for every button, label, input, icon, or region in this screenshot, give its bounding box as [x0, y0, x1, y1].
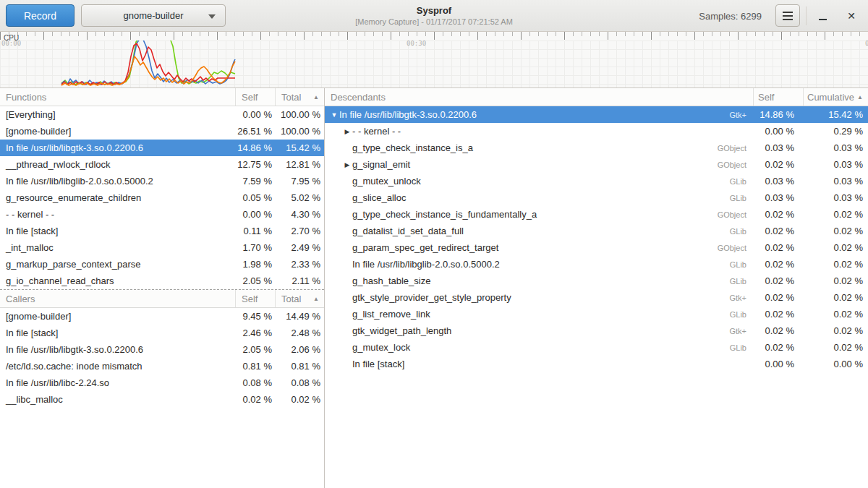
- callers-table-body: [gnome-builder] 9.45 % 14.49 % In file […: [0, 308, 324, 408]
- caller-name: In file [stack]: [0, 328, 235, 338]
- process-selector-dropdown[interactable]: gnome-builder: [81, 4, 226, 27]
- timeline-area[interactable]: CPU 00:00 00:30 01:00: [0, 32, 868, 88]
- descendant-row[interactable]: g_mutex_unlock GLib 0.03 % 0.03 %: [325, 173, 868, 189]
- caller-row[interactable]: In file /usr/lib/libgtk-3.so.0.2200.6 2.…: [0, 341, 324, 358]
- caller-self-percent: 2.05 %: [235, 344, 275, 355]
- descendant-name: g_mutex_lock: [352, 342, 410, 353]
- descendant-row[interactable]: g_type_check_instance_is_a GObject 0.03 …: [325, 140, 868, 156]
- descendant-row[interactable]: ▶ g_signal_emit GObject 0.02 % 0.03 %: [325, 156, 868, 173]
- caller-total-percent: 14.49 %: [275, 311, 324, 322]
- descendant-self-percent: 0.00 %: [753, 126, 803, 137]
- descendant-name-cell: g_mutex_unlock GLib: [325, 176, 753, 187]
- caller-self-percent: 0.81 %: [235, 361, 275, 372]
- cpu-graph-lines: [0, 40, 868, 88]
- caller-row[interactable]: /etc/ld.so.cache: inode mismatch 0.81 % …: [0, 358, 324, 374]
- column-header-total[interactable]: Total ▲: [275, 88, 324, 106]
- column-header-self[interactable]: Self: [753, 88, 803, 106]
- minimize-button[interactable]: [809, 4, 836, 27]
- function-total-percent: 5.02 %: [275, 192, 324, 203]
- descendant-row[interactable]: ▶ - - kernel - - 0.00 % 0.29 %: [325, 123, 868, 140]
- descendant-cumulative-percent: 0.29 %: [803, 126, 868, 137]
- column-header-cumulative[interactable]: Cumulative ▲: [803, 88, 868, 106]
- sort-ascending-icon: ▲: [857, 94, 863, 100]
- function-name: - - kernel - -: [0, 209, 235, 220]
- library-tag: GLib: [730, 194, 753, 202]
- descendant-self-percent: 0.02 %: [753, 159, 803, 170]
- descendant-name-cell: g_type_check_instance_is_fundamentally_a…: [325, 209, 753, 220]
- caller-row[interactable]: In file [stack] 2.46 % 2.48 %: [0, 325, 324, 341]
- function-row[interactable]: [gnome-builder] 26.51 % 100.00 %: [0, 123, 324, 140]
- column-header-self[interactable]: Self: [235, 88, 275, 106]
- library-tag: GObject: [718, 210, 753, 219]
- descendant-cumulative-percent: 0.02 %: [803, 325, 868, 336]
- descendant-name-cell: In file /usr/lib/libglib-2.0.so.0.5000.2…: [325, 259, 753, 270]
- descendant-row[interactable]: g_param_spec_get_redirect_target GObject…: [325, 239, 868, 256]
- descendant-name: g_type_check_instance_is_a: [352, 142, 473, 153]
- descendant-name-cell: g_hash_table_size GLib: [325, 275, 753, 286]
- expander-icon[interactable]: ▶: [342, 161, 352, 168]
- function-row[interactable]: g_io_channel_read_chars 2.05 % 2.11 %: [0, 273, 324, 289]
- descendant-row[interactable]: gtk_widget_path_length Gtk+ 0.02 % 0.02 …: [325, 322, 868, 339]
- window-title-block: Sysprof [Memory Capture] - 01/17/2017 07…: [289, 5, 579, 26]
- column-header-total[interactable]: Total ▲: [275, 290, 324, 307]
- descendant-name-cell: ▶ - - kernel - -: [325, 126, 753, 137]
- close-button[interactable]: ✕: [838, 4, 865, 27]
- descendant-row[interactable]: g_list_remove_link GLib 0.02 % 0.02 %: [325, 306, 868, 322]
- descendants-table-header: Descendants Self Cumulative ▲: [325, 88, 868, 106]
- record-button[interactable]: Record: [6, 4, 75, 27]
- library-tag: Gtk+: [729, 327, 753, 335]
- function-row[interactable]: In file /usr/lib/libgtk-3.so.0.2200.6 14…: [0, 140, 324, 156]
- expander-icon[interactable]: ▶: [342, 128, 352, 135]
- descendant-row[interactable]: g_mutex_lock GLib 0.02 % 0.02 %: [325, 339, 868, 356]
- function-row[interactable]: _int_malloc 1.70 % 2.49 %: [0, 239, 324, 256]
- descendant-self-percent: 0.02 %: [753, 275, 803, 286]
- function-self-percent: 0.11 %: [235, 226, 275, 236]
- caller-name: [gnome-builder]: [0, 311, 235, 322]
- descendant-row[interactable]: g_hash_table_size GLib 0.02 % 0.02 %: [325, 273, 868, 289]
- descendant-name: In file /usr/lib/libgtk-3.so.0.2200.6: [339, 109, 477, 120]
- function-total-percent: 100.00 %: [275, 109, 324, 120]
- expander-icon[interactable]: ▼: [329, 111, 339, 119]
- column-header-functions[interactable]: Functions: [0, 88, 235, 106]
- time-tick-mid: 00:30: [407, 40, 426, 47]
- function-row[interactable]: In file /usr/lib/libglib-2.0.so.0.5000.2…: [0, 173, 324, 189]
- caller-row[interactable]: __libc_malloc 0.02 % 0.02 %: [0, 391, 324, 408]
- app-title: Sysprof: [289, 5, 579, 16]
- descendant-row[interactable]: g_datalist_id_set_data_full GLib 0.02 % …: [325, 223, 868, 239]
- function-total-percent: 15.42 %: [275, 142, 324, 153]
- function-self-percent: 1.98 %: [235, 259, 275, 270]
- function-row[interactable]: g_markup_parse_context_parse 1.98 % 2.33…: [0, 256, 324, 273]
- descendant-row[interactable]: g_slice_alloc GLib 0.03 % 0.03 %: [325, 189, 868, 206]
- caller-self-percent: 9.45 %: [235, 311, 275, 322]
- descendant-row[interactable]: In file [stack] 0.00 % 0.00 %: [325, 356, 868, 372]
- descendant-name-cell: g_list_remove_link GLib: [325, 309, 753, 320]
- descendant-cumulative-percent: 0.00 %: [803, 359, 868, 369]
- caller-total-percent: 2.48 %: [275, 328, 324, 338]
- menu-button[interactable]: [775, 4, 800, 27]
- function-row[interactable]: g_resource_enumerate_children 0.05 % 5.0…: [0, 189, 324, 206]
- descendant-row[interactable]: ▼ In file /usr/lib/libgtk-3.so.0.2200.6 …: [325, 106, 868, 123]
- function-row[interactable]: [Everything] 0.00 % 100.00 %: [0, 106, 324, 123]
- function-row[interactable]: - - kernel - - 0.00 % 4.30 %: [0, 206, 324, 223]
- caller-row[interactable]: In file /usr/lib/libc-2.24.so 0.08 % 0.0…: [0, 374, 324, 391]
- descendant-name: gtk_style_provider_get_style_property: [352, 292, 511, 303]
- caller-name: /etc/ld.so.cache: inode mismatch: [0, 361, 235, 372]
- function-name: In file [stack]: [0, 226, 235, 236]
- descendant-name-cell: g_datalist_id_set_data_full GLib: [325, 226, 753, 236]
- descendant-row[interactable]: In file /usr/lib/libglib-2.0.so.0.5000.2…: [325, 256, 868, 273]
- column-header-callers[interactable]: Callers: [0, 290, 235, 307]
- descendant-row[interactable]: g_type_check_instance_is_fundamentally_a…: [325, 206, 868, 223]
- caller-row[interactable]: [gnome-builder] 9.45 % 14.49 %: [0, 308, 324, 325]
- descendant-row[interactable]: gtk_style_provider_get_style_property Gt…: [325, 289, 868, 306]
- caller-name: In file /usr/lib/libgtk-3.so.0.2200.6: [0, 344, 235, 355]
- function-total-percent: 2.70 %: [275, 226, 324, 236]
- column-header-descendants[interactable]: Descendants: [325, 88, 753, 106]
- descendant-name: g_datalist_id_set_data_full: [352, 226, 464, 236]
- function-self-percent: 12.75 %: [235, 159, 275, 170]
- function-row[interactable]: __pthread_rwlock_rdlock 12.75 % 12.81 %: [0, 156, 324, 173]
- function-row[interactable]: In file [stack] 0.11 % 2.70 %: [0, 223, 324, 239]
- descendant-cumulative-percent: 15.42 %: [803, 109, 868, 120]
- cpu-graph[interactable]: [0, 40, 868, 88]
- column-header-self[interactable]: Self: [235, 290, 275, 307]
- descendant-cumulative-percent: 0.03 %: [803, 176, 868, 187]
